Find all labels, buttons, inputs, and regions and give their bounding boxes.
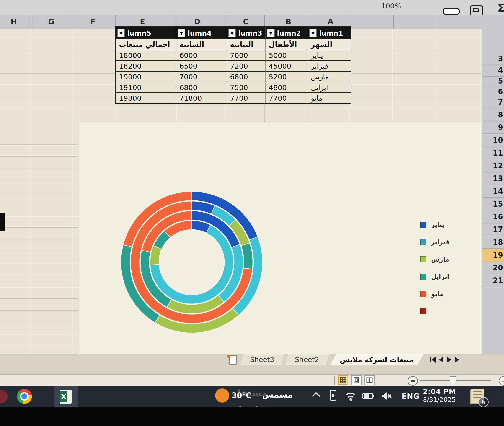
gridline <box>0 121 482 121</box>
table-cell[interactable]: 6800 <box>176 82 227 93</box>
sheet-tab-Sheet2[interactable]: Sheet2 <box>285 354 329 365</box>
prev-sheet-button[interactable] <box>439 357 443 363</box>
table-cell[interactable]: 7700 <box>266 93 308 103</box>
next-sheet-button[interactable] <box>447 357 451 363</box>
table-column-title[interactable]: الأطفال <box>266 39 308 50</box>
row-header-7[interactable]: 7 <box>482 96 504 108</box>
taskbar-clock[interactable]: 2:04 PM 8/31/2025 <box>420 387 459 404</box>
legend-item[interactable]: ابرايل <box>420 273 449 280</box>
table-cell[interactable]: 7200 <box>227 61 266 72</box>
column-header-E[interactable]: E <box>140 17 145 26</box>
filter-dropdown-button[interactable]: ▼ <box>309 29 317 37</box>
row-header-10[interactable]: 10 <box>482 135 504 147</box>
table-cell[interactable]: 4800 <box>266 82 308 93</box>
table-column-title[interactable]: الشهر <box>308 39 351 50</box>
page-break-view-button[interactable] <box>364 376 375 385</box>
row-header-3[interactable]: 3 <box>482 53 504 65</box>
device-icon[interactable] <box>326 390 339 402</box>
weather-temperature[interactable]: 30°C <box>232 391 252 400</box>
page-layout-view-button[interactable] <box>351 376 361 385</box>
column-header-F[interactable]: F <box>90 17 95 26</box>
table-column-title[interactable]: اجمالي مبيعات <box>116 39 176 50</box>
sheet-tab-مبيعات لشركه ملابس[interactable]: مبيعات لشركه ملابس <box>330 354 424 365</box>
table-cell[interactable]: 18200 <box>116 61 176 72</box>
table-cell[interactable]: 7700 <box>227 93 266 103</box>
table-cell[interactable]: مارس <box>308 72 351 82</box>
column-header-B[interactable]: B <box>285 17 291 26</box>
table-cell[interactable]: يناير <box>308 50 351 61</box>
spark-glyph <box>227 355 230 358</box>
table-cell[interactable]: 6500 <box>176 61 227 72</box>
row-header-21[interactable]: 21 <box>482 275 504 287</box>
table-cell[interactable]: فبراير <box>308 61 351 72</box>
table-cell[interactable]: 19000 <box>116 72 176 82</box>
zoom-out-button[interactable] <box>408 376 418 386</box>
table-cell[interactable]: 45000 <box>266 61 308 72</box>
column-header-D[interactable]: D <box>194 17 200 26</box>
chrome-icon[interactable] <box>17 389 32 404</box>
table-filter-header: ▼lumn4 <box>176 27 227 39</box>
row-header-15[interactable]: 15 <box>482 198 504 210</box>
column-header-H[interactable]: H <box>10 17 17 26</box>
table-cell[interactable]: 7500 <box>227 82 266 93</box>
row-header-13[interactable]: 13 <box>482 173 504 185</box>
filter-dropdown-button[interactable]: ▼ <box>228 29 236 37</box>
table-filter-header: ▼lumn2 <box>266 27 308 39</box>
table-cell[interactable]: 5200 <box>266 72 308 82</box>
excel-icon[interactable]: X <box>60 390 72 404</box>
table-column-title[interactable]: الشابيه <box>176 39 227 50</box>
table-cell[interactable]: 7000 <box>176 72 227 82</box>
row-header-5[interactable]: 5 <box>482 75 504 87</box>
row-header-strip: 3456789101112131415161718192021 <box>482 29 504 374</box>
first-sheet-button[interactable] <box>430 357 436 363</box>
sheet-tab-Sheet3[interactable]: Sheet3 <box>240 354 284 365</box>
table-cell[interactable]: 6800 <box>227 72 266 82</box>
table-cell[interactable]: مايو <box>308 93 351 103</box>
last-sheet-button[interactable] <box>455 357 461 363</box>
battery-icon[interactable] <box>362 390 375 402</box>
legend-item[interactable]: مايو <box>420 291 443 298</box>
table-cell[interactable]: 18000 <box>116 50 176 61</box>
filter-dropdown-button[interactable]: ▼ <box>117 29 125 37</box>
row-header-9[interactable]: 9 <box>482 122 504 134</box>
legend-item[interactable]: فبراير <box>420 239 450 246</box>
normal-view-button[interactable] <box>338 376 348 385</box>
row-header-12[interactable]: 12 <box>482 160 504 172</box>
filter-dropdown-button[interactable]: ▼ <box>267 29 275 37</box>
minimize-button[interactable] <box>443 8 460 14</box>
legend-item[interactable] <box>420 308 431 314</box>
restore-window-button[interactable] <box>470 6 483 16</box>
row-header-11[interactable]: 11 <box>482 147 504 159</box>
table-cell[interactable]: 71800 <box>176 93 227 103</box>
row-header-4[interactable]: 4 <box>482 64 504 77</box>
row-header-14[interactable]: 14 <box>482 185 504 198</box>
volume-muted-icon[interactable] <box>380 390 393 402</box>
wifi-icon[interactable] <box>344 390 357 402</box>
add-sheet-icon[interactable] <box>227 355 239 365</box>
table-cell[interactable]: 6000 <box>176 50 227 61</box>
legend-item[interactable]: يناير <box>420 221 444 228</box>
screen-bezel <box>0 407 504 426</box>
table-cell[interactable]: 7000 <box>227 50 266 61</box>
row-header-17[interactable]: 17 <box>482 224 504 236</box>
table-cell[interactable]: 19100 <box>116 82 176 93</box>
legend-item[interactable]: مارس <box>420 256 449 263</box>
table-cell[interactable]: 19800 <box>116 93 176 103</box>
hidden-icons-chevron[interactable] <box>313 392 321 398</box>
column-header-G[interactable]: G <box>48 17 54 26</box>
table-cell[interactable]: ابرايل <box>308 82 351 93</box>
table-column-title[interactable]: البناتيه <box>227 39 266 50</box>
table-cell[interactable]: 5000 <box>266 50 308 61</box>
filter-dropdown-button[interactable]: ▼ <box>178 29 185 37</box>
row-header-16[interactable]: 16 <box>482 211 504 223</box>
row-header-18[interactable]: 18 <box>482 236 504 248</box>
chart-panel[interactable]: ينايرفبرايرمارسابرايلمايو <box>79 123 481 355</box>
weather-sun-icon[interactable] <box>215 388 229 403</box>
row-header-19[interactable]: 19 <box>482 249 504 261</box>
column-header-A[interactable]: A <box>328 17 333 26</box>
language-indicator[interactable]: ENG <box>402 392 419 401</box>
column-header-C[interactable]: C <box>243 17 248 26</box>
row-header-20[interactable]: 20 <box>482 262 504 274</box>
row-header-8[interactable]: 8 <box>482 109 504 121</box>
weather-description[interactable]: مشمس <box>262 390 293 399</box>
